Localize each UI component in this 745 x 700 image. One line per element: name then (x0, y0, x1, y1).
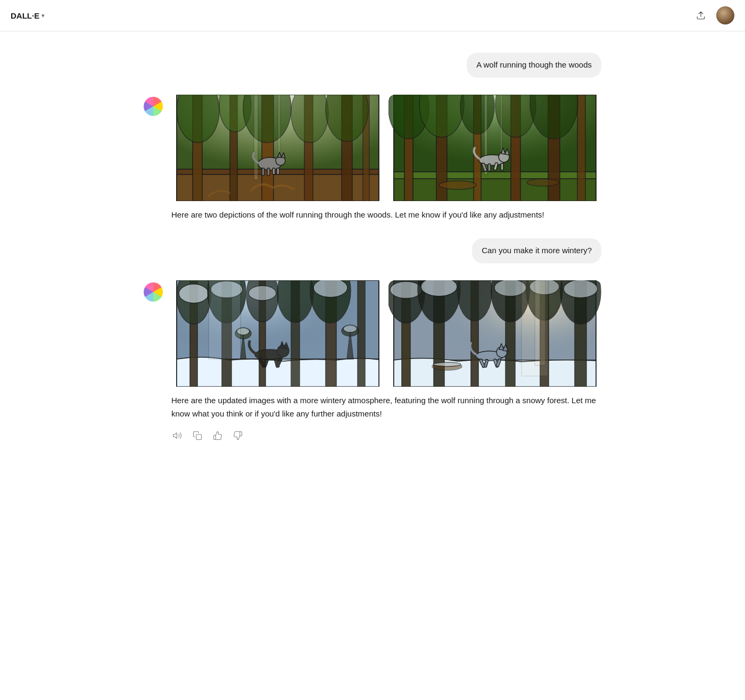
svg-rect-24 (272, 168, 275, 174)
svg-rect-105 (535, 280, 545, 365)
thumbsup-icon (213, 431, 222, 440)
chevron-down-icon: ▾ (42, 12, 45, 19)
app-header: DALL·E ▾ (0, 0, 745, 31)
header-left: DALL·E ▾ (11, 11, 45, 20)
app-title: DALL·E (11, 11, 39, 20)
svg-rect-35 (577, 95, 585, 201)
avatar-image (716, 6, 734, 24)
thumbs-up-button[interactable] (212, 430, 224, 441)
forest-image-winter-1[interactable] (171, 280, 384, 387)
user-message-row-2: Can you make it more wintery? (144, 238, 601, 263)
svg-rect-22 (262, 168, 264, 176)
assistant-text-1: Here are two depictions of the wolf runn… (171, 209, 601, 222)
svg-point-103 (564, 280, 598, 298)
svg-point-63 (179, 284, 209, 303)
assistant-content-1: Here are two depictions of the wolf runn… (171, 95, 601, 222)
assistant-message-row-2: Here are the updated images with a more … (144, 280, 601, 442)
svg-rect-117 (196, 435, 202, 440)
wolf-forest-svg-1 (171, 95, 384, 201)
svg-rect-75 (209, 280, 241, 359)
user-message-text-2: Can you make it more wintery? (482, 246, 592, 255)
svg-point-67 (249, 286, 276, 301)
image-grid-winter (171, 280, 601, 387)
thumbs-down-button[interactable] (232, 430, 244, 441)
user-message-text: A wolf running though the woods (476, 60, 592, 69)
forest-image-summer-2[interactable] (388, 95, 601, 201)
user-bubble-2: Can you make it more wintery? (472, 238, 601, 263)
svg-marker-116 (173, 433, 177, 439)
wolf-winter-svg-2 (388, 280, 601, 387)
copy-icon (193, 431, 202, 440)
svg-point-94 (390, 281, 422, 298)
assistant-text-2: Here are the updated images with a more … (171, 394, 601, 421)
forest-image-winter-2[interactable] (388, 280, 601, 387)
thumbsdown-icon (233, 431, 243, 440)
image-grid-summer (171, 95, 601, 201)
sound-icon (172, 431, 182, 440)
upload-button[interactable] (694, 9, 708, 22)
forest-image-summer-1[interactable] (171, 95, 384, 201)
svg-rect-52 (501, 163, 503, 170)
svg-rect-16 (254, 95, 258, 180)
dalle-avatar (144, 97, 163, 116)
svg-rect-50 (488, 164, 491, 171)
assistant-content-2: Here are the updated images with a more … (171, 280, 601, 442)
wolf-forest-svg-2 (388, 95, 601, 201)
svg-point-96 (421, 280, 457, 296)
sound-button[interactable] (171, 430, 183, 441)
wolf-winter-svg-1 (171, 280, 384, 387)
dalle-avatar-2 (144, 282, 163, 302)
upload-icon (696, 11, 706, 20)
svg-rect-25 (277, 168, 279, 174)
svg-rect-61 (358, 280, 365, 387)
user-message-row: A wolf running though the woods (144, 53, 601, 78)
svg-point-44 (527, 179, 559, 186)
svg-rect-23 (267, 168, 270, 176)
assistant-message-row-1: Here are two depictions of the wolf runn… (144, 95, 601, 222)
svg-rect-29 (394, 179, 596, 201)
svg-point-74 (343, 325, 357, 332)
user-bubble: A wolf running though the woods (467, 53, 601, 78)
copy-button[interactable] (192, 430, 203, 441)
avatar[interactable] (716, 6, 734, 24)
action-icons (171, 430, 601, 441)
svg-point-70 (313, 280, 347, 297)
chat-area: A wolf running though the woods (133, 31, 612, 473)
svg-point-43 (439, 181, 476, 189)
svg-point-107 (433, 362, 461, 366)
header-right (694, 6, 734, 24)
